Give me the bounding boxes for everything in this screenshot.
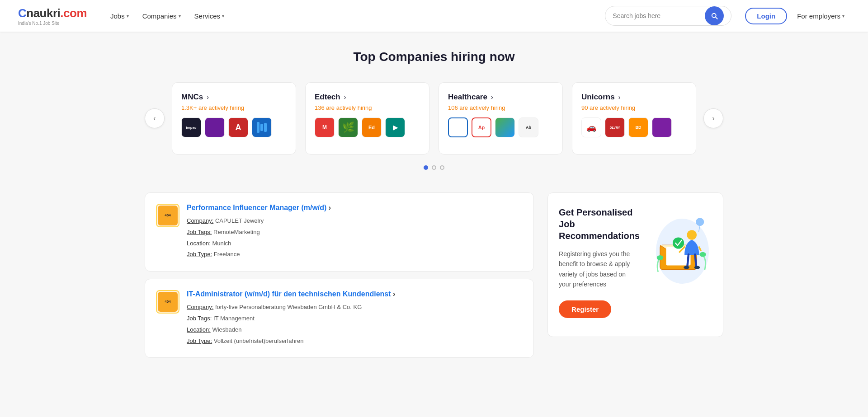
- job-company-logo: 404: [156, 204, 179, 227]
- chevron-down-icon: ▾: [127, 14, 129, 19]
- company-logo-bar: [252, 117, 272, 137]
- company-card-edtech[interactable]: Edtech › 136 are actively hiring M 🌿 Ed …: [305, 82, 429, 155]
- register-button[interactable]: Register: [559, 300, 611, 318]
- job-location: Location: Munich: [187, 239, 523, 248]
- company-logo-purple: [652, 117, 672, 137]
- chevron-down-icon: ▾: [842, 14, 844, 19]
- chevron-down-icon: ▾: [222, 14, 224, 19]
- chevron-down-icon: ▾: [179, 14, 181, 19]
- search-icon: [710, 12, 718, 20]
- card-subtitle: 136 are actively hiring: [315, 104, 420, 111]
- arrow-right-icon: ›: [491, 94, 493, 101]
- svg-line-8: [687, 254, 689, 267]
- arrow-right-icon: ›: [344, 94, 346, 101]
- job-type: Job Type: Freelance: [187, 250, 523, 259]
- svg-point-4: [673, 237, 684, 248]
- main-content: Top Companies hiring now ‹ MNCs › 1.3K+ …: [118, 32, 750, 376]
- illustration-svg: [646, 206, 714, 288]
- rec-illustration: [644, 206, 717, 288]
- job-tags: Job Tags: RemoteMarketing: [187, 228, 523, 237]
- job-card: 404 Performance Influencer Manager (m/w/…: [145, 192, 534, 272]
- card-logos: 👁 Ap Ab: [448, 117, 553, 137]
- search-button[interactable]: [705, 6, 724, 25]
- card-logos: impac A: [181, 117, 287, 137]
- carousel: ‹ MNCs › 1.3K+ are actively hiring impac…: [145, 82, 723, 155]
- navbar: Cnaukri.com India's No.1 Job Site Jobs ▾…: [0, 0, 868, 32]
- company-logo-apollo: Ap: [472, 117, 491, 137]
- carousel-dot-1[interactable]: [424, 165, 428, 170]
- rec-content: Get Personalised Job Recommendations Reg…: [559, 206, 644, 318]
- company-logo-mearc: M: [315, 117, 335, 137]
- job-type: Job Type: Vollzeit (unbefristet)berufser…: [187, 337, 523, 346]
- card-subtitle: 106 are actively hiring: [448, 104, 553, 111]
- svg-point-14: [696, 218, 704, 226]
- carousel-dot-3[interactable]: [440, 165, 444, 170]
- svg-point-11: [694, 266, 700, 269]
- login-button[interactable]: Login: [745, 8, 787, 24]
- job-title[interactable]: IT-Administrator (w/m/d) für den technis…: [187, 290, 523, 298]
- company-logo-manav: [205, 117, 225, 137]
- card-header: MNCs ›: [181, 93, 287, 102]
- logo-name: naukri: [26, 6, 60, 20]
- arrow-right-icon: ›: [618, 94, 621, 101]
- company-logo-billdesk: BD: [628, 117, 648, 137]
- company-logo-eye: 👁: [448, 117, 468, 137]
- company-logo-eduncle: Ed: [362, 117, 382, 137]
- section-title: Top Companies hiring now: [145, 50, 723, 64]
- carousel-next-button[interactable]: ›: [703, 108, 723, 128]
- logo-tagline: India's No.1 Job Site: [18, 21, 59, 26]
- card-logos: M 🌿 Ed ▶: [315, 117, 420, 137]
- arrow-right-icon: ›: [329, 204, 331, 211]
- search-input[interactable]: [605, 8, 705, 23]
- arrow-right-icon: ›: [207, 94, 209, 101]
- company-logo-health2: [495, 117, 515, 137]
- card-header: Healthcare ›: [448, 93, 553, 102]
- job-info: IT-Administrator (w/m/d) für den technis…: [187, 290, 523, 347]
- company-card-healthcare[interactable]: Healthcare › 106 are actively hiring 👁 A…: [439, 82, 563, 155]
- company-logo-impac: impac: [181, 117, 201, 137]
- company-logo-aber: Ab: [519, 117, 538, 137]
- card-header: Unicorns ›: [581, 93, 687, 102]
- for-employers-dropdown[interactable]: For employers ▾: [792, 9, 850, 23]
- svg-point-13: [657, 255, 663, 260]
- nav-services[interactable]: Services ▾: [189, 9, 230, 23]
- company-logo-tree: 🌿: [338, 117, 358, 137]
- card-subtitle: 1.3K+ are actively hiring: [181, 104, 287, 111]
- company-logo-cardekho: 🚗: [581, 117, 601, 137]
- card-logos: 🚗 DLVRY BD: [581, 117, 687, 137]
- job-listings: 404 Performance Influencer Manager (m/w/…: [145, 192, 534, 358]
- search-bar: [605, 6, 731, 26]
- carousel-dot-2[interactable]: [432, 165, 436, 170]
- rec-title: Get Personalised Job Recommendations: [559, 206, 640, 242]
- job-title[interactable]: Performance Influencer Manager (m/w/d) ›: [187, 204, 523, 212]
- job-card: 404 IT-Administrator (w/m/d) für den tec…: [145, 279, 534, 358]
- company-logo-delhivery: DLVRY: [605, 117, 625, 137]
- job-company: Company: CAPULET Jewelry: [187, 216, 523, 226]
- job-location: Location: Wiesbaden: [187, 325, 523, 335]
- card-header: Edtech ›: [315, 93, 420, 102]
- card-subtitle: 90 are actively hiring: [581, 104, 687, 111]
- rec-description: Registering gives you the benefit to bro…: [559, 249, 640, 290]
- nav-companies[interactable]: Companies ▾: [137, 9, 186, 23]
- svg-line-9: [695, 254, 696, 267]
- carousel-dots: [145, 165, 723, 170]
- svg-point-10: [684, 266, 689, 269]
- nav-jobs[interactable]: Jobs ▾: [105, 9, 134, 23]
- company-logo-skill: ▶: [385, 117, 405, 137]
- recommendation-sidebar: Get Personalised Job Recommendations Reg…: [547, 192, 723, 337]
- nav-links: Jobs ▾ Companies ▾ Services ▾: [105, 9, 596, 23]
- carousel-cards: MNCs › 1.3K+ are actively hiring impac A: [172, 82, 696, 155]
- job-info: Performance Influencer Manager (m/w/d) ›…: [187, 204, 523, 261]
- company-logo-ariba: A: [228, 117, 248, 137]
- job-company-logo: 404: [156, 290, 179, 314]
- logo[interactable]: Cnaukri.com India's No.1 Job Site: [18, 6, 87, 26]
- company-card-unicorns[interactable]: Unicorns › 90 are actively hiring 🚗 DLVR…: [572, 82, 696, 155]
- company-card-mncs[interactable]: MNCs › 1.3K+ are actively hiring impac A: [172, 82, 296, 155]
- bottom-section: 404 Performance Influencer Manager (m/w/…: [145, 192, 723, 358]
- svg-point-5: [687, 230, 697, 240]
- carousel-prev-button[interactable]: ‹: [145, 108, 165, 128]
- arrow-right-icon: ›: [393, 290, 395, 298]
- job-tags: Job Tags: IT Management: [187, 314, 523, 323]
- svg-point-12: [699, 252, 706, 257]
- job-company: Company: forty-five Personalberatung Wie…: [187, 303, 523, 312]
